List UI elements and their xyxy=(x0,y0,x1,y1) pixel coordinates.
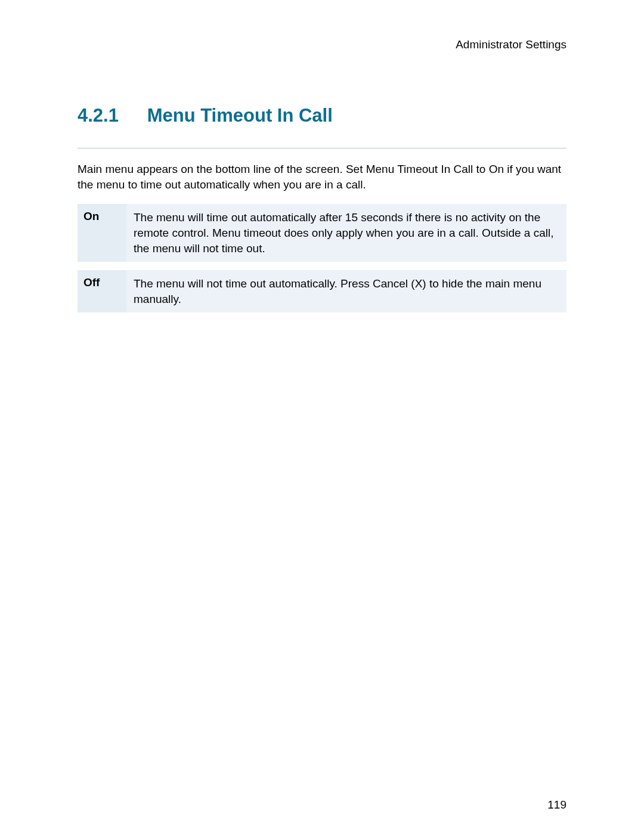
option-desc-off: The menu will not time out automatically… xyxy=(126,270,566,312)
section-heading: 4.2.1 Menu Timeout In Call xyxy=(78,105,566,126)
option-label-off: Off xyxy=(78,270,126,312)
section-divider xyxy=(78,148,566,148)
intro-paragraph: Main menu appears on the bottom line of … xyxy=(78,162,566,192)
table-row: Off The menu will not time out automatic… xyxy=(78,270,566,312)
options-table: On The menu will time out automatically … xyxy=(78,204,566,312)
section-number: 4.2.1 xyxy=(78,105,143,126)
table-row: On The menu will time out automatically … xyxy=(78,204,566,262)
section-title: Menu Timeout In Call xyxy=(147,105,333,126)
document-page: Administrator Settings 4.2.1 Menu Timeou… xyxy=(0,0,644,833)
option-desc-on: The menu will time out automatically aft… xyxy=(126,204,566,262)
option-label-on: On xyxy=(78,204,126,262)
header-category: Administrator Settings xyxy=(78,38,566,51)
page-number: 119 xyxy=(547,798,566,812)
